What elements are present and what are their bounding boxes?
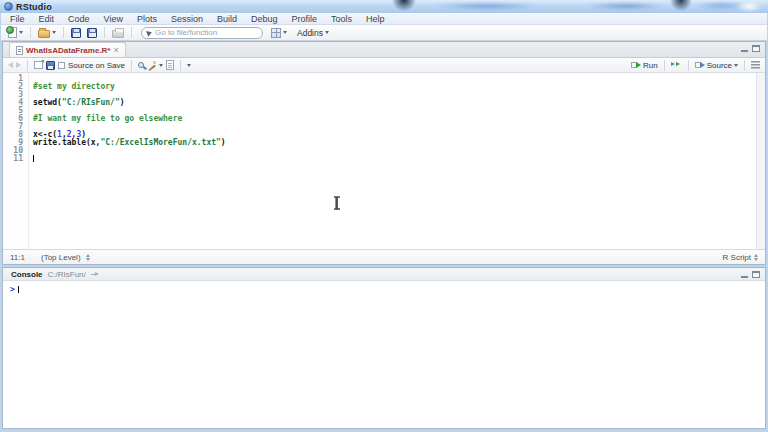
find-replace-icon[interactable]: [138, 62, 144, 68]
rstudio-logo-icon: [4, 2, 13, 11]
menu-item-help[interactable]: Help: [359, 13, 392, 25]
source-on-save-label: Source on Save: [68, 61, 125, 70]
separator: [744, 60, 745, 71]
chevron-down-icon: [325, 31, 329, 34]
source-button[interactable]: Source: [695, 61, 738, 70]
minimize-pane-icon[interactable]: [741, 276, 748, 278]
chevron-down-icon: [159, 64, 163, 67]
video-artifact: [432, 2, 542, 10]
code-line-4[interactable]: setwd("C:/RIsFun/"): [33, 99, 226, 107]
code-line-9[interactable]: write.table(x,"C:/ExcelIsMoreFun/x.txt"): [33, 139, 226, 147]
console-pane: Console C:/RIsFun/ >: [2, 267, 766, 429]
scope-selector[interactable]: (Top Level): [41, 253, 90, 262]
source-pane: WhatIsADataFrame.R* × Source on Save Run: [2, 41, 766, 265]
code-token: write.table(x,: [33, 138, 100, 147]
video-artifact: [670, 0, 692, 11]
menu-item-file[interactable]: File: [3, 13, 32, 25]
new-file-icon: [8, 27, 17, 38]
menubar: FileEditCodeViewPlotsSessionBuildDebugPr…: [1, 13, 767, 25]
save-icon: [71, 28, 81, 38]
pane-window-buttons: [741, 271, 760, 278]
editor-toolbar: Source on Save Run Source: [3, 58, 765, 73]
menu-item-debug[interactable]: Debug: [244, 13, 285, 25]
menu-item-code[interactable]: Code: [61, 13, 97, 25]
code-token: "C:/RIsFun/": [62, 98, 120, 107]
minimize-pane-icon[interactable]: [741, 50, 748, 52]
print-button[interactable]: [110, 26, 126, 39]
code-token: ): [120, 98, 125, 107]
pane-layout-icon: [271, 28, 281, 38]
code-line-11[interactable]: [33, 155, 226, 163]
editor-scrollbar[interactable]: [756, 73, 765, 249]
console-body[interactable]: >: [3, 281, 765, 428]
save-icon[interactable]: [46, 61, 55, 70]
close-icon[interactable]: ×: [113, 46, 118, 54]
maximize-pane-icon[interactable]: [752, 45, 760, 52]
code-token: #I want my file to go elsewhere: [33, 114, 182, 123]
menu-item-view[interactable]: View: [97, 13, 130, 25]
console-cursor: [18, 286, 19, 293]
titlebar: RStudio: [0, 0, 768, 13]
main-toolbar: Addins: [1, 25, 767, 41]
scope-updown-icon: [86, 254, 90, 261]
save-all-button[interactable]: [85, 27, 99, 39]
document-outline-icon[interactable]: [751, 61, 760, 69]
file-type-selector[interactable]: R Script: [723, 253, 758, 262]
menu-item-profile[interactable]: Profile: [285, 13, 325, 25]
source-on-save-checkbox[interactable]: [58, 62, 65, 69]
source-icon: [695, 61, 705, 69]
open-file-button[interactable]: [36, 27, 58, 39]
goto-directory-icon[interactable]: [91, 271, 99, 278]
code-token: "C:/ExcelIsMoreFun/x.txt": [100, 138, 220, 147]
save-all-icon: [87, 28, 97, 38]
window-title: RStudio: [16, 2, 52, 12]
compile-report-icon[interactable]: [166, 60, 174, 70]
scope-label: (Top Level): [41, 253, 81, 262]
menu-item-session[interactable]: Session: [164, 13, 210, 25]
separator: [664, 60, 665, 71]
save-button[interactable]: [69, 27, 83, 39]
menu-item-edit[interactable]: Edit: [32, 13, 62, 25]
code-token: #set my directory: [33, 82, 115, 91]
rerun-icon[interactable]: [671, 61, 682, 69]
video-artifact: [392, 0, 416, 11]
pane-layout-button[interactable]: [269, 27, 289, 39]
console-working-directory: C:/RIsFun/: [48, 270, 86, 279]
code-token: ): [221, 138, 226, 147]
code-tools-icon[interactable]: [147, 61, 156, 70]
open-in-new-window-icon[interactable]: [34, 61, 43, 69]
tab-label: WhatIsADataFrame.R*: [26, 46, 110, 55]
menu-item-build[interactable]: Build: [210, 13, 244, 25]
addins-dropdown[interactable]: Addins: [297, 28, 323, 38]
code-line-6[interactable]: #I want my file to go elsewhere: [33, 115, 226, 123]
maximize-pane-icon[interactable]: [752, 271, 760, 278]
video-artifact: [585, 2, 665, 10]
line-number-gutter: 1234567891011: [3, 73, 29, 249]
tab-whatisadataframe[interactable]: WhatIsADataFrame.R* ×: [9, 42, 126, 57]
chevron-down-icon: [52, 31, 56, 34]
pane-window-buttons: [741, 45, 760, 52]
forward-button[interactable]: [16, 62, 21, 68]
goto-file-input[interactable]: [155, 28, 257, 37]
code-line-10[interactable]: [33, 147, 226, 155]
cursor-position: 11:1: [10, 253, 25, 262]
editor-body[interactable]: 1234567891011 #set my directorysetwd("C:…: [3, 73, 765, 249]
run-label: Run: [643, 61, 658, 70]
separator: [63, 27, 64, 38]
run-button[interactable]: Run: [631, 61, 658, 70]
code-line-2[interactable]: #set my directory: [33, 83, 226, 91]
chevron-down-icon: [19, 31, 23, 34]
separator: [180, 60, 181, 71]
console-title: Console: [11, 270, 43, 279]
open-folder-icon: [38, 30, 50, 38]
code-token: setwd(: [33, 98, 62, 107]
goto-file-search[interactable]: [141, 27, 263, 39]
menu-item-plots[interactable]: Plots: [130, 13, 164, 25]
back-button[interactable]: [8, 62, 13, 68]
filetype-updown-icon: [754, 254, 758, 261]
menu-item-tools[interactable]: Tools: [324, 13, 359, 25]
chevron-down-icon: [187, 64, 191, 67]
code-area[interactable]: #set my directorysetwd("C:/RIsFun/")#I w…: [29, 73, 226, 249]
separator: [104, 27, 105, 38]
new-file-button[interactable]: [6, 26, 25, 39]
